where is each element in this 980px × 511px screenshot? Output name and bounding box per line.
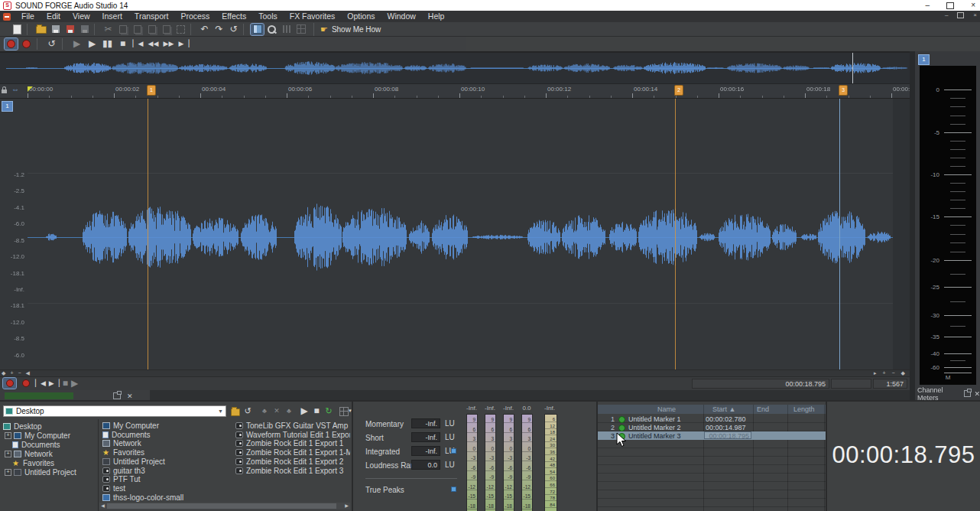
file-item-zombie-rock-edit-1-export-2[interactable]: Zombie Rock Edit 1 Export 2 bbox=[235, 457, 343, 466]
lock-icon[interactable] bbox=[2, 90, 7, 93]
zoom-selection-button[interactable]: ◆ bbox=[901, 370, 905, 376]
tree-item-favorites[interactable]: ★Favorites bbox=[5, 458, 54, 467]
folder-item-network[interactable]: Network bbox=[102, 439, 141, 448]
rewind-button[interactable]: ◀◀ bbox=[147, 38, 160, 50]
tree-item-desktop[interactable]: Desktop bbox=[3, 421, 42, 431]
preview-play-button[interactable]: ▶ bbox=[298, 405, 310, 417]
marker-dot-icon[interactable] bbox=[618, 416, 625, 423]
menu-insert[interactable]: Insert bbox=[96, 11, 128, 22]
save-all-button[interactable] bbox=[78, 24, 91, 35]
selection-field[interactable] bbox=[831, 379, 871, 389]
menu-process[interactable]: Process bbox=[174, 11, 216, 22]
undo-button[interactable]: ↶ bbox=[198, 24, 211, 35]
open-button[interactable] bbox=[34, 24, 47, 35]
channel-meters-toggle[interactable] bbox=[251, 24, 264, 35]
path-combobox[interactable]: Desktop ▼ bbox=[3, 405, 226, 417]
folder-item-test[interactable]: test bbox=[102, 484, 125, 493]
record-button[interactable] bbox=[20, 38, 33, 50]
expand-icon[interactable]: + bbox=[5, 432, 11, 439]
marker-flag-1[interactable]: 1 bbox=[147, 85, 156, 96]
hscroll-right-icon[interactable]: ▶ bbox=[343, 503, 350, 509]
new-folder-button[interactable] bbox=[229, 405, 242, 417]
overview-cursor[interactable] bbox=[852, 53, 853, 83]
show-me-how-button[interactable]: ☛ Show Me How bbox=[313, 23, 387, 36]
file-item-waveform-tutorial-edit-1-export-1[interactable]: Waveform Tutorial Edit 1 Export 1 bbox=[235, 431, 350, 439]
mini-go-end-icon[interactable]: ▶▕ bbox=[49, 380, 60, 387]
mdi-minimize-button[interactable]: – bbox=[945, 11, 948, 18]
save-button[interactable] bbox=[49, 24, 62, 35]
file-item-tonelib-gfx-guitar-vst-amp-simulator[interactable]: ToneLib GFX Guitar VST Amp Simulator bbox=[235, 421, 350, 430]
menu-view[interactable]: View bbox=[67, 11, 96, 22]
new-file-button[interactable] bbox=[11, 24, 24, 35]
minimize-button[interactable]: – bbox=[926, 2, 930, 9]
document-icon[interactable] bbox=[3, 13, 11, 21]
marker-row-3[interactable]: 3Untitled Marker 300:00:18.795 bbox=[598, 431, 826, 440]
column-header-end[interactable]: End bbox=[757, 405, 769, 413]
zoom-in-button[interactable]: + bbox=[882, 370, 885, 376]
folder-item-my-computer[interactable]: My Computer bbox=[102, 421, 159, 430]
menu-options[interactable]: Options bbox=[341, 11, 381, 22]
hscroll-left-icon[interactable]: ◀ bbox=[99, 503, 106, 509]
menu-help[interactable]: Help bbox=[422, 11, 451, 22]
menu-edit[interactable]: Edit bbox=[41, 11, 67, 22]
paste-special-button[interactable] bbox=[145, 24, 158, 35]
file-item-zombie-rock-edit-1-export-3[interactable]: Zombie Rock Edit 1 Export 3 bbox=[235, 467, 343, 475]
marker-name[interactable]: Untitled Marker 2 bbox=[628, 424, 702, 431]
add-favorite-button[interactable]: ♣ bbox=[258, 405, 271, 417]
grid-button[interactable] bbox=[294, 24, 307, 35]
waveform-display[interactable] bbox=[0, 99, 910, 369]
folder-item-documents[interactable]: Documents bbox=[102, 431, 151, 439]
mix-button[interactable] bbox=[160, 24, 173, 35]
zoom-out-vert-button[interactable]: − bbox=[18, 370, 21, 376]
play-button[interactable]: ▶ bbox=[86, 38, 99, 50]
overview-strip[interactable] bbox=[0, 53, 910, 84]
cut-button[interactable]: ✂ bbox=[102, 24, 115, 35]
marker-start-edit[interactable]: 00:00:18.795 bbox=[704, 431, 751, 439]
mini-play-icon[interactable]: ▶ bbox=[71, 380, 78, 387]
save-as-button[interactable] bbox=[63, 24, 76, 35]
remove-favorite-button[interactable]: ♣ bbox=[283, 405, 295, 417]
go-to-end-button[interactable]: ▶▕ bbox=[177, 38, 190, 50]
repeat-button[interactable]: ↺ bbox=[227, 24, 240, 35]
menu-transport[interactable]: Transport bbox=[128, 11, 175, 22]
marker-line[interactable] bbox=[675, 99, 676, 369]
marker-name[interactable]: Untitled Marker 3 bbox=[628, 432, 702, 440]
expand-icon[interactable]: + bbox=[5, 451, 11, 457]
mini-go-start-icon[interactable]: ▏◀ bbox=[35, 380, 46, 387]
marker-start[interactable]: 00:00:14.987 bbox=[706, 424, 751, 431]
edit-tool-button[interactable]: ◆ bbox=[2, 370, 5, 376]
statistics-button[interactable] bbox=[280, 24, 293, 35]
menu-tools[interactable]: Tools bbox=[252, 11, 284, 22]
folder-item-thss-logo-color-small[interactable]: thss-logo-color-small bbox=[102, 493, 183, 502]
tab-restore-icon[interactable] bbox=[113, 392, 121, 399]
column-header-start[interactable]: Start ▲ bbox=[712, 405, 735, 413]
tree-item-documents[interactable]: Documents bbox=[5, 440, 60, 449]
meters-popout-icon[interactable] bbox=[964, 390, 971, 397]
folder-item-ptf-tut[interactable]: PTF Tut bbox=[102, 475, 141, 483]
mini-record-button[interactable] bbox=[19, 378, 32, 389]
tree-item-network[interactable]: +Network bbox=[5, 449, 53, 458]
trim-button[interactable] bbox=[174, 24, 187, 35]
integrated-indicator[interactable] bbox=[451, 448, 456, 454]
marker-flag-2[interactable]: 2 bbox=[674, 85, 683, 96]
preview-stop-button[interactable]: ■ bbox=[310, 405, 323, 417]
go-to-start-button[interactable]: ▏◀ bbox=[131, 38, 144, 50]
folder-item-guitar-th3[interactable]: guitar th3 bbox=[102, 467, 145, 475]
file-item-zombie-rock-edit-1-export-1[interactable]: Zombie Rock Edit 1 Export 1 bbox=[235, 439, 343, 448]
restore-button[interactable] bbox=[946, 2, 954, 9]
mini-record-arm-button[interactable] bbox=[3, 378, 16, 389]
playback-cursor-line[interactable] bbox=[839, 99, 840, 369]
menu-window[interactable]: Window bbox=[381, 11, 421, 22]
column-header-name[interactable]: Name bbox=[657, 405, 676, 413]
waveform-vscrollbar[interactable] bbox=[910, 51, 915, 400]
stop-button[interactable]: ■ bbox=[116, 38, 129, 50]
zoom-in-vert-button[interactable]: + bbox=[10, 370, 13, 376]
marker-row-2[interactable]: 2Untitled Marker 200:00:14.987 bbox=[598, 423, 826, 431]
pause-button[interactable]: ▮▮ bbox=[101, 38, 114, 50]
loop-playback-button[interactable]: ↺ bbox=[45, 38, 58, 50]
menu-fx-favorites[interactable]: FX Favorites bbox=[284, 11, 342, 22]
explorer-hscrollbar[interactable]: ◀ ▶ bbox=[99, 503, 350, 509]
play-all-button[interactable]: ▶ bbox=[70, 38, 83, 50]
tree-item-untitled-project[interactable]: +Untitled Project bbox=[5, 467, 76, 477]
delete-button[interactable]: ✕ bbox=[271, 405, 283, 417]
